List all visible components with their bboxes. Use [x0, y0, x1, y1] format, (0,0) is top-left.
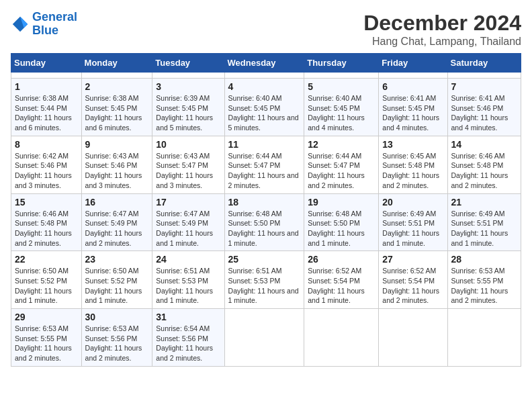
cell-details: Sunrise: 6:53 AMSunset: 5:56 PMDaylight:… — [85, 324, 149, 363]
cell-3-3: 18Sunrise: 6:48 AMSunset: 5:50 PMDayligh… — [224, 193, 304, 251]
cell-1-3: 4Sunrise: 6:40 AMSunset: 5:45 PMDaylight… — [224, 79, 304, 136]
logo-line1: General — [32, 10, 77, 24]
cell-1-5: 6Sunrise: 6:41 AMSunset: 5:45 PMDaylight… — [379, 79, 447, 136]
cell-details: Sunrise: 6:53 AMSunset: 5:55 PMDaylight:… — [451, 266, 517, 306]
day-number: 30 — [85, 312, 149, 322]
day-number: 31 — [156, 312, 220, 322]
day-number: 16 — [85, 197, 149, 208]
cell-3-5: 20Sunrise: 6:49 AMSunset: 5:51 PMDayligh… — [379, 193, 447, 251]
week-row-2: 8Sunrise: 6:42 AMSunset: 5:46 PMDaylight… — [11, 136, 521, 193]
cell-5-2: 31Sunrise: 6:54 AMSunset: 5:56 PMDayligh… — [152, 309, 224, 367]
cell-details: Sunrise: 6:53 AMSunset: 5:55 PMDaylight:… — [15, 324, 78, 363]
cell-details: Sunrise: 6:45 AMSunset: 5:48 PMDaylight:… — [382, 151, 443, 191]
cell-details: Sunrise: 6:46 AMSunset: 5:48 PMDaylight:… — [15, 209, 78, 248]
cell-details: Sunrise: 6:38 AMSunset: 5:44 PMDaylight:… — [15, 93, 78, 133]
cell-5-6 — [447, 309, 521, 367]
cell-details: Sunrise: 6:54 AMSunset: 5:56 PMDaylight:… — [156, 324, 220, 363]
day-number: 6 — [382, 81, 443, 92]
cell-4-1: 23Sunrise: 6:50 AMSunset: 5:52 PMDayligh… — [81, 251, 152, 309]
day-number: 1 — [15, 81, 78, 92]
day-number: 28 — [451, 254, 517, 265]
title-section: December 2024 Hang Chat, Lampang, Thaila… — [363, 11, 521, 48]
col-header-tuesday: Tuesday — [152, 54, 224, 73]
cell-5-4 — [304, 309, 379, 367]
day-number: 15 — [15, 197, 78, 208]
cell-2-3: 11Sunrise: 6:44 AMSunset: 5:47 PMDayligh… — [224, 136, 304, 193]
cell-4-4: 26Sunrise: 6:52 AMSunset: 5:54 PMDayligh… — [304, 251, 379, 309]
cell-3-6: 21Sunrise: 6:49 AMSunset: 5:51 PMDayligh… — [447, 193, 521, 251]
logo-icon — [11, 15, 30, 34]
day-number: 17 — [156, 197, 220, 208]
cell-3-1: 16Sunrise: 6:47 AMSunset: 5:49 PMDayligh… — [81, 193, 152, 251]
day-number: 9 — [85, 139, 149, 150]
cell-details: Sunrise: 6:51 AMSunset: 5:53 PMDaylight:… — [228, 266, 301, 306]
cell-1-4: 5Sunrise: 6:40 AMSunset: 5:45 PMDaylight… — [304, 79, 379, 136]
day-number: 8 — [15, 139, 78, 150]
cell-0-5 — [379, 73, 447, 79]
cell-2-1: 9Sunrise: 6:43 AMSunset: 5:46 PMDaylight… — [81, 136, 152, 193]
cell-0-2 — [152, 73, 224, 79]
cell-details: Sunrise: 6:52 AMSunset: 5:54 PMDaylight:… — [382, 266, 443, 306]
cell-1-2: 3Sunrise: 6:39 AMSunset: 5:45 PMDaylight… — [152, 79, 224, 136]
cell-details: Sunrise: 6:38 AMSunset: 5:45 PMDaylight:… — [85, 93, 149, 133]
cell-4-2: 24Sunrise: 6:51 AMSunset: 5:53 PMDayligh… — [152, 251, 224, 309]
day-number: 5 — [308, 81, 375, 92]
cell-details: Sunrise: 6:50 AMSunset: 5:52 PMDaylight:… — [15, 266, 78, 306]
cell-details: Sunrise: 6:49 AMSunset: 5:51 PMDaylight:… — [382, 209, 443, 248]
cell-details: Sunrise: 6:43 AMSunset: 5:47 PMDaylight:… — [156, 151, 220, 191]
day-number: 18 — [228, 197, 301, 208]
cell-0-0 — [11, 73, 82, 79]
cell-details: Sunrise: 6:52 AMSunset: 5:54 PMDaylight:… — [308, 266, 375, 306]
day-number: 10 — [156, 139, 220, 150]
logo-line2: Blue — [32, 24, 58, 37]
day-number: 25 — [228, 254, 301, 265]
cell-2-6: 14Sunrise: 6:46 AMSunset: 5:48 PMDayligh… — [447, 136, 521, 193]
header: General Blue December 2024 Hang Chat, La… — [11, 11, 521, 48]
logo-text: General Blue — [32, 11, 77, 38]
day-number: 29 — [15, 312, 78, 322]
day-number: 23 — [85, 254, 149, 265]
cell-details: Sunrise: 6:47 AMSunset: 5:49 PMDaylight:… — [85, 209, 149, 248]
week-row-5: 29Sunrise: 6:53 AMSunset: 5:55 PMDayligh… — [11, 309, 521, 367]
week-row-3: 15Sunrise: 6:46 AMSunset: 5:48 PMDayligh… — [11, 193, 521, 251]
calendar-table: SundayMondayTuesdayWednesdayThursdayFrid… — [11, 53, 521, 367]
day-number: 21 — [451, 197, 517, 208]
cell-0-6 — [447, 73, 521, 79]
col-header-thursday: Thursday — [304, 54, 379, 73]
day-number: 20 — [382, 197, 443, 208]
cell-4-5: 27Sunrise: 6:52 AMSunset: 5:54 PMDayligh… — [379, 251, 447, 309]
cell-0-4 — [304, 73, 379, 79]
day-number: 13 — [382, 139, 443, 150]
cell-2-2: 10Sunrise: 6:43 AMSunset: 5:47 PMDayligh… — [152, 136, 224, 193]
day-number: 19 — [308, 197, 375, 208]
cell-1-0: 1Sunrise: 6:38 AMSunset: 5:44 PMDaylight… — [11, 79, 82, 136]
cell-details: Sunrise: 6:48 AMSunset: 5:50 PMDaylight:… — [228, 209, 301, 248]
cell-details: Sunrise: 6:42 AMSunset: 5:46 PMDaylight:… — [15, 151, 78, 191]
cell-details: Sunrise: 6:44 AMSunset: 5:47 PMDaylight:… — [228, 151, 301, 191]
cell-5-3 — [224, 309, 304, 367]
day-number: 4 — [228, 81, 301, 92]
cell-1-1: 2Sunrise: 6:38 AMSunset: 5:45 PMDaylight… — [81, 79, 152, 136]
day-number: 12 — [308, 139, 375, 150]
day-number: 26 — [308, 254, 375, 265]
col-header-monday: Monday — [81, 54, 152, 73]
cell-5-5 — [379, 309, 447, 367]
col-header-saturday: Saturday — [447, 54, 521, 73]
cell-details: Sunrise: 6:40 AMSunset: 5:45 PMDaylight:… — [228, 93, 301, 133]
cell-4-0: 22Sunrise: 6:50 AMSunset: 5:52 PMDayligh… — [11, 251, 82, 309]
cell-details: Sunrise: 6:46 AMSunset: 5:48 PMDaylight:… — [451, 151, 517, 191]
day-number: 24 — [156, 254, 220, 265]
cell-0-3 — [224, 73, 304, 79]
cell-1-6: 7Sunrise: 6:41 AMSunset: 5:46 PMDaylight… — [447, 79, 521, 136]
cell-details: Sunrise: 6:43 AMSunset: 5:46 PMDaylight:… — [85, 151, 149, 191]
cell-details: Sunrise: 6:41 AMSunset: 5:45 PMDaylight:… — [382, 93, 443, 133]
cell-details: Sunrise: 6:49 AMSunset: 5:51 PMDaylight:… — [451, 209, 517, 248]
day-number: 14 — [451, 139, 517, 150]
cell-3-0: 15Sunrise: 6:46 AMSunset: 5:48 PMDayligh… — [11, 193, 82, 251]
week-row-1: 1Sunrise: 6:38 AMSunset: 5:44 PMDaylight… — [11, 79, 521, 136]
cell-0-1 — [81, 73, 152, 79]
cell-details: Sunrise: 6:40 AMSunset: 5:45 PMDaylight:… — [308, 93, 375, 133]
cell-5-1: 30Sunrise: 6:53 AMSunset: 5:56 PMDayligh… — [81, 309, 152, 367]
cell-details: Sunrise: 6:39 AMSunset: 5:45 PMDaylight:… — [156, 93, 220, 133]
cell-2-5: 13Sunrise: 6:45 AMSunset: 5:48 PMDayligh… — [379, 136, 447, 193]
